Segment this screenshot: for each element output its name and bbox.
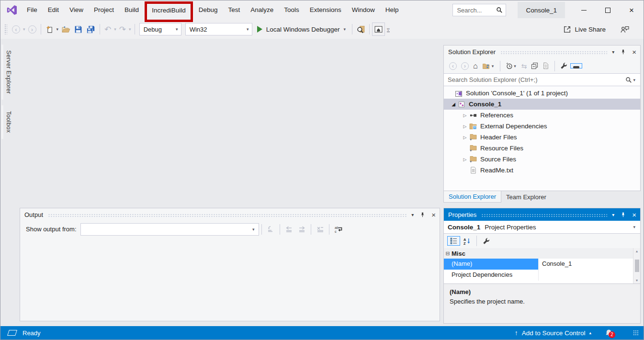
property-row-project-dependencies[interactable]: Project Dependencies xyxy=(444,270,640,281)
categorized-toggle[interactable] xyxy=(447,236,460,246)
search-options-dropdown[interactable]: ▾ xyxy=(632,78,636,82)
menu-project[interactable]: Project xyxy=(89,0,119,20)
tree-item-external-dependencies[interactable]: ▷ External Dependencies xyxy=(444,121,640,132)
property-grid-scrollbar[interactable]: ▴ ▾ xyxy=(633,248,640,283)
window-position-dropdown[interactable]: ▾ xyxy=(612,49,614,55)
tab-team-explorer[interactable]: Team Explorer xyxy=(501,191,551,203)
scrollbar-thumb[interactable] xyxy=(635,260,639,272)
menu-edit[interactable]: Edit xyxy=(43,0,64,20)
tree-item-readme[interactable]: ReadMe.txt xyxy=(444,165,640,176)
notifications-button[interactable]: 2 xyxy=(605,329,613,337)
home-button[interactable]: ⌂ xyxy=(472,62,479,70)
expander-collapsed-icon[interactable]: ▷ xyxy=(461,135,469,140)
clear-all-button[interactable] xyxy=(316,226,324,232)
menu-extensions[interactable]: Extensions xyxy=(305,0,347,20)
property-name[interactable]: Project Dependencies xyxy=(444,270,538,281)
menu-build[interactable]: Build xyxy=(119,0,144,20)
pending-changes-filter-button[interactable]: ▾ xyxy=(504,62,519,69)
navigate-back-button[interactable]: ‹ xyxy=(10,23,22,36)
scroll-up-icon[interactable]: ▴ xyxy=(636,249,638,253)
start-debugging-button[interactable]: Local Windows Debugger ▾ xyxy=(254,26,350,33)
maximize-button[interactable] xyxy=(596,0,620,20)
solution-explorer-header[interactable]: Solution Explorer ▾ × xyxy=(444,45,640,58)
save-all-button[interactable] xyxy=(84,23,97,36)
property-name[interactable]: (Name) xyxy=(444,259,538,270)
menu-window[interactable]: Window xyxy=(347,0,380,20)
property-pages-button[interactable] xyxy=(481,238,491,245)
tree-item-references[interactable]: ▷ References xyxy=(444,110,640,121)
forward-button[interactable]: › xyxy=(460,62,470,70)
window-position-dropdown[interactable]: ▾ xyxy=(612,212,614,217)
menu-test[interactable]: Test xyxy=(223,0,245,20)
expander-collapsed-icon[interactable]: ▷ xyxy=(461,157,469,162)
close-panel-icon[interactable]: × xyxy=(431,211,436,218)
menu-analyze[interactable]: Analyze xyxy=(245,0,279,20)
menu-view[interactable]: View xyxy=(64,0,89,20)
alphabetical-sort-button[interactable]: AZ xyxy=(462,238,472,245)
expander-collapsed-icon[interactable]: ▷ xyxy=(461,124,469,129)
properties-object-combo[interactable]: Console_1 Project Properties ▾ xyxy=(444,221,640,234)
pin-icon[interactable] xyxy=(621,49,626,55)
redo-dropdown[interactable]: ▾ xyxy=(128,27,132,32)
expander-collapsed-icon[interactable]: ▷ xyxy=(461,113,469,118)
show-all-files-button[interactable] xyxy=(541,62,551,69)
previous-message-button[interactable] xyxy=(285,226,293,232)
sync-with-active-document-button[interactable]: ⇆ xyxy=(520,62,529,70)
preview-selected-items-toggle[interactable] xyxy=(570,63,582,68)
properties-header[interactable]: Properties ▾ × xyxy=(444,208,640,221)
tree-item-project[interactable]: ◢ Console_1 xyxy=(444,99,640,110)
output-content-area[interactable] xyxy=(20,237,440,321)
close-button[interactable]: × xyxy=(620,0,644,20)
minimize-button[interactable] xyxy=(572,0,596,20)
tree-item-resource-files[interactable]: Resource Files xyxy=(444,143,640,154)
undo-dropdown[interactable]: ▾ xyxy=(113,27,117,32)
window-position-dropdown[interactable]: ▾ xyxy=(411,212,414,217)
undo-button[interactable]: ↶ xyxy=(102,23,113,36)
expander-expanded-icon[interactable]: ◢ xyxy=(450,102,457,107)
resize-grip[interactable] xyxy=(633,330,639,336)
category-row-misc[interactable]: ⊟ Misc xyxy=(444,248,640,259)
feedback-button[interactable] xyxy=(618,23,631,36)
open-file-button[interactable] xyxy=(59,23,72,36)
menu-tools[interactable]: Tools xyxy=(279,0,305,20)
navigate-back-dropdown[interactable]: ▾ xyxy=(22,27,26,32)
property-value[interactable] xyxy=(538,270,640,281)
goto-message-button[interactable] xyxy=(267,226,274,232)
collapse-category-icon[interactable]: ⊟ xyxy=(444,250,452,257)
add-to-source-control-button[interactable]: ↑ Add to Source Control ▴ xyxy=(515,329,591,337)
tab-server-explorer[interactable]: Server Explorer xyxy=(1,45,14,100)
word-wrap-button[interactable]: abc xyxy=(335,226,343,233)
tree-item-source-files[interactable]: ▷ Source Files xyxy=(444,154,640,165)
back-button[interactable]: ‹ xyxy=(448,62,458,70)
output-source-combo[interactable]: ▾ xyxy=(80,223,259,236)
output-panel-header[interactable]: Output ▾ × xyxy=(20,208,440,221)
panel-grip-texture[interactable] xyxy=(500,51,607,54)
solution-configuration-combo[interactable]: Debug ▾ xyxy=(139,23,181,35)
new-project-dropdown[interactable]: ▾ xyxy=(56,27,60,32)
redo-button[interactable]: ↷ xyxy=(117,23,128,36)
property-row-name[interactable]: (Name) Console_1 xyxy=(444,259,640,270)
find-in-files-button[interactable] xyxy=(355,23,367,36)
switch-views-button[interactable]: ▾ xyxy=(481,63,497,69)
panel-grip-texture[interactable] xyxy=(48,214,407,217)
tab-solution-explorer[interactable]: Solution Explorer xyxy=(443,191,501,203)
tree-item-header-files[interactable]: ▷ Header Files xyxy=(444,132,640,143)
toolbar-overflow-button[interactable]: ▿ xyxy=(387,27,390,32)
close-panel-icon[interactable]: × xyxy=(632,48,636,56)
scroll-down-icon[interactable]: ▾ xyxy=(636,278,638,283)
pin-icon[interactable] xyxy=(420,212,425,218)
live-unit-view-button[interactable] xyxy=(372,23,385,36)
toolbar-drag-handle[interactable] xyxy=(4,24,7,34)
live-share-button[interactable]: Live Share xyxy=(563,25,606,34)
pin-icon[interactable] xyxy=(621,212,626,218)
collapse-all-button[interactable] xyxy=(530,62,540,69)
next-message-button[interactable] xyxy=(298,226,305,232)
panel-grip-texture[interactable] xyxy=(481,214,607,217)
save-button[interactable] xyxy=(72,23,84,36)
solution-platform-combo[interactable]: Win32 ▾ xyxy=(185,23,252,35)
tree-item-solution[interactable]: Solution 'Console_1' (1 of 1 project) xyxy=(444,88,640,99)
menu-debug[interactable]: Debug xyxy=(193,0,223,20)
global-search-input[interactable]: Search... xyxy=(452,4,506,16)
navigate-forward-button[interactable]: › xyxy=(26,23,38,36)
solution-explorer-search-input[interactable]: Search Solution Explorer (Ctrl+;) ▾ xyxy=(444,73,640,86)
